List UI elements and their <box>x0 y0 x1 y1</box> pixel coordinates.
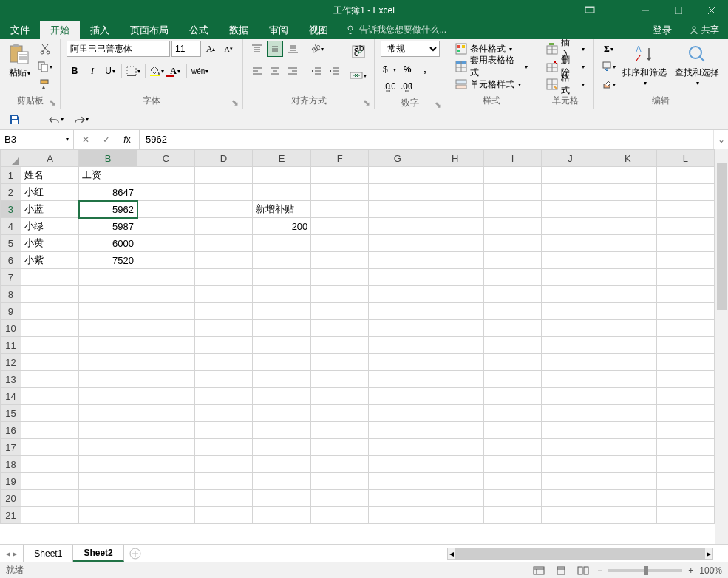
cell-G6[interactable] <box>369 252 426 269</box>
cell-G3[interactable] <box>369 201 426 218</box>
cell-D1[interactable] <box>194 167 252 184</box>
cell-D5[interactable] <box>194 235 252 252</box>
zoom-out-button[interactable]: − <box>597 565 602 576</box>
cell-L6[interactable] <box>656 252 714 269</box>
cell-F2[interactable] <box>311 184 369 201</box>
add-sheet-button[interactable] <box>124 545 146 562</box>
cell-K19[interactable] <box>599 473 656 490</box>
cell-E5[interactable] <box>252 235 310 252</box>
cell-G7[interactable] <box>369 269 426 286</box>
cancel-formula-button[interactable]: ✕ <box>77 132 95 148</box>
cell-J1[interactable] <box>542 167 599 184</box>
cell-F13[interactable] <box>311 371 369 388</box>
cell-B7[interactable] <box>79 269 137 286</box>
cell-L9[interactable] <box>656 303 714 320</box>
cell-L10[interactable] <box>656 320 714 337</box>
row-header-12[interactable]: 12 <box>1 354 21 371</box>
cell-F19[interactable] <box>311 473 369 490</box>
cell-G4[interactable] <box>369 218 426 235</box>
cell-B3[interactable]: 5962 <box>79 201 137 218</box>
cell-D13[interactable] <box>194 371 252 388</box>
row-header-13[interactable]: 13 <box>1 371 21 388</box>
cell-I6[interactable] <box>484 252 542 269</box>
horizontal-scrollbar[interactable]: ◂▸ <box>447 548 713 560</box>
row-header-7[interactable]: 7 <box>1 269 21 286</box>
cell-K10[interactable] <box>599 320 656 337</box>
number-format-combo[interactable]: 常规 <box>381 41 440 57</box>
cell-styles-button[interactable]: 单元格样式▾ <box>452 76 531 92</box>
row-header-19[interactable]: 19 <box>1 473 21 490</box>
cell-E16[interactable] <box>252 422 310 439</box>
cell-K11[interactable] <box>599 337 656 354</box>
cell-A6[interactable]: 小紫 <box>21 252 79 269</box>
font-name-combo[interactable] <box>67 41 170 57</box>
cell-A21[interactable] <box>21 507 79 524</box>
tab-view[interactable]: 视图 <box>299 21 339 39</box>
cell-K5[interactable] <box>599 235 656 252</box>
cell-I10[interactable] <box>484 320 542 337</box>
cell-A1[interactable]: 姓名 <box>21 167 79 184</box>
col-header-H[interactable]: H <box>426 150 484 167</box>
cell-I9[interactable] <box>484 303 542 320</box>
maximize-button[interactable] <box>661 0 695 21</box>
cell-B18[interactable] <box>79 456 137 473</box>
cell-A13[interactable] <box>21 371 79 388</box>
cell-H16[interactable] <box>426 422 484 439</box>
cell-I18[interactable] <box>484 456 542 473</box>
cell-G16[interactable] <box>369 422 426 439</box>
col-header-B[interactable]: B <box>79 150 137 167</box>
cell-I19[interactable] <box>484 473 542 490</box>
cell-A9[interactable] <box>21 303 79 320</box>
cell-G13[interactable] <box>369 371 426 388</box>
cell-B9[interactable] <box>79 303 137 320</box>
cell-C15[interactable] <box>137 405 195 422</box>
cell-D19[interactable] <box>194 473 252 490</box>
decrease-font-button[interactable]: A▾ <box>220 41 237 57</box>
clear-button[interactable]: ▾ <box>600 76 617 92</box>
col-header-E[interactable]: E <box>252 150 310 167</box>
cell-K6[interactable] <box>599 252 656 269</box>
cell-J8[interactable] <box>542 286 599 303</box>
cell-I2[interactable] <box>484 184 542 201</box>
cell-L2[interactable] <box>656 184 714 201</box>
cell-F12[interactable] <box>311 354 369 371</box>
cell-E11[interactable] <box>252 337 310 354</box>
sheet-tab-2[interactable]: Sheet2 <box>73 545 123 562</box>
cell-C17[interactable] <box>137 439 195 456</box>
cell-A3[interactable]: 小蓝 <box>21 201 79 218</box>
cell-E8[interactable] <box>252 286 310 303</box>
orientation-button[interactable]: ab▾ <box>308 41 325 57</box>
row-header-3[interactable]: 3 <box>1 201 21 218</box>
cell-C3[interactable] <box>137 201 195 218</box>
tell-me[interactable]: 告诉我您想要做什么... <box>346 21 446 39</box>
select-all-corner[interactable] <box>1 150 21 167</box>
find-select-button[interactable]: 查找和选择▾ <box>671 41 724 89</box>
cell-I4[interactable] <box>484 218 542 235</box>
align-middle-button[interactable] <box>267 41 283 57</box>
cell-J15[interactable] <box>542 405 599 422</box>
cell-I12[interactable] <box>484 354 542 371</box>
cell-K7[interactable] <box>599 269 656 286</box>
redo-button[interactable]: ▾ <box>72 111 90 129</box>
cell-B11[interactable] <box>79 337 137 354</box>
expand-formula-bar[interactable]: ⌄ <box>713 130 728 149</box>
login-button[interactable]: 登录 <box>644 21 681 39</box>
cell-G10[interactable] <box>369 320 426 337</box>
cell-K21[interactable] <box>599 507 656 524</box>
cell-A4[interactable]: 小绿 <box>21 218 79 235</box>
cell-F1[interactable] <box>311 167 369 184</box>
increase-font-button[interactable]: A▴ <box>203 41 219 57</box>
cell-D8[interactable] <box>194 286 252 303</box>
cell-I16[interactable] <box>484 422 542 439</box>
cell-E17[interactable] <box>252 439 310 456</box>
cell-C4[interactable] <box>137 218 195 235</box>
cell-H2[interactable] <box>426 184 484 201</box>
cell-D21[interactable] <box>194 507 252 524</box>
cell-K20[interactable] <box>599 490 656 507</box>
row-header-20[interactable]: 20 <box>1 490 21 507</box>
cell-D17[interactable] <box>194 439 252 456</box>
tab-data[interactable]: 数据 <box>219 21 259 39</box>
cell-J4[interactable] <box>542 218 599 235</box>
cell-B5[interactable]: 6000 <box>79 235 137 252</box>
cell-I7[interactable] <box>484 269 542 286</box>
